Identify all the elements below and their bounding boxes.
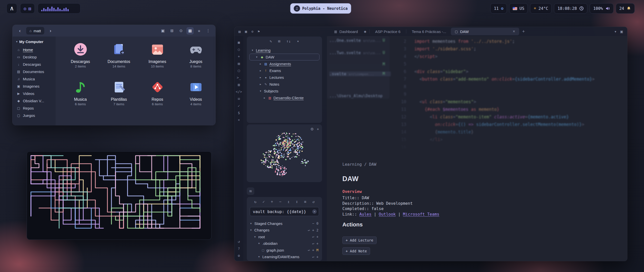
weather-module[interactable]: ☀ 24°C xyxy=(530,3,552,14)
commit-message-input[interactable] xyxy=(250,207,319,216)
launcher-button[interactable]: Λ xyxy=(7,3,17,14)
explorer-item-lectures[interactable]: ▸●Lectures xyxy=(249,74,319,81)
folder-plantillas[interactable]: Plantillas 7 items xyxy=(100,80,138,106)
quick-switcher-icon[interactable]: ▦ xyxy=(238,41,240,44)
stage-all-icon[interactable]: + xyxy=(271,200,273,204)
folder-documentos[interactable]: Documentos 14 items xyxy=(100,42,138,68)
sidebar-item-juegos[interactable]: ▢Juegos xyxy=(15,112,53,119)
preview-icon[interactable]: ▣ xyxy=(159,27,167,35)
explorer-item-exams[interactable]: ▸!Exams xyxy=(249,67,319,74)
updates-module[interactable]: 11 ⚙ xyxy=(490,3,507,14)
search-icon[interactable]: ⊙ xyxy=(251,30,253,33)
terminal-icon[interactable]: >_ xyxy=(237,76,241,79)
tasks-icon[interactable]: ✓ xyxy=(238,104,240,108)
clear-icon[interactable]: × xyxy=(312,209,317,214)
folder-repos[interactable]: Repos 6 items xyxy=(138,80,177,106)
git-action-icon[interactable]: + xyxy=(316,255,318,259)
git-row[interactable]: ▾Staged Changes−0 xyxy=(247,220,322,227)
folder-juegos[interactable]: Juegos 8 items xyxy=(177,42,215,68)
finance-icon[interactable]: $ xyxy=(238,111,240,115)
obsidian-tabbar[interactable]: ▤▣⊙⚑ ▦ Dashboard ◉ ASP Practice 6 Tema 6… xyxy=(234,27,627,36)
daily-note-icon[interactable]: ▤ xyxy=(238,62,240,65)
git-action-icon[interactable]: ↩ xyxy=(308,228,310,232)
files-icon[interactable]: ▣ xyxy=(245,30,247,33)
search-icon[interactable]: ○ xyxy=(238,48,240,51)
file-manager-content[interactable]: Descargas 2 items Documentos 14 items Im… xyxy=(56,37,215,125)
git-action-icon[interactable]: M xyxy=(316,248,318,252)
notes-icon[interactable]: ▤ xyxy=(28,6,31,11)
explorer-item-notes[interactable]: ▸✎Notes xyxy=(249,81,319,88)
folder-videos[interactable]: Videos 4 items xyxy=(177,80,215,106)
sync-icon[interactable]: ↺ xyxy=(238,240,240,243)
explorer-item-assignments[interactable]: ▸▤Assignments xyxy=(249,60,319,67)
calendar-icon[interactable]: ▢ xyxy=(238,69,240,72)
new-note-icon[interactable]: + xyxy=(238,55,240,58)
close-tab-icon[interactable]: × xyxy=(513,29,515,34)
graph-settings-icon[interactable]: ⚙ xyxy=(310,127,314,131)
commit-icon[interactable]: ✓ xyxy=(262,200,265,204)
folder-descargas[interactable]: Descargas 2 items xyxy=(61,42,100,68)
folder-musica[interactable]: Musica 6 items xyxy=(61,80,100,106)
canvas-icon[interactable]: ⊡ xyxy=(238,97,240,100)
discard-icon[interactable]: ↺ xyxy=(312,200,315,204)
sidebar-item-home[interactable]: ⌂Home xyxy=(15,46,53,53)
refresh-icon[interactable]: ↻ xyxy=(254,200,256,204)
push-icon[interactable]: ↥ xyxy=(288,200,290,204)
git-action-icon[interactable]: + xyxy=(312,228,314,232)
left-sidebar-toggle-icon[interactable]: ▤ xyxy=(238,30,240,33)
explorer-item-subjects[interactable]: ▾Subjects xyxy=(249,88,319,94)
git-action-icon[interactable]: ↩ xyxy=(312,235,314,239)
breadcrumb[interactable]: ⌂ matt xyxy=(26,27,44,35)
git-action-icon[interactable]: ↩ xyxy=(312,255,314,259)
graph-filter-icon[interactable]: ⌖ xyxy=(317,127,319,131)
notifications-module[interactable]: 24 xyxy=(616,3,635,14)
list-view-icon[interactable]: ≡ xyxy=(195,27,203,35)
changelist-icon[interactable]: ≡ xyxy=(304,200,306,204)
sidebar-item-obsidianv[interactable]: ◆Obsidian V... xyxy=(15,97,53,105)
note-editor[interactable]: ...One.sveltesrc\co...U...Two.sveltesrc\… xyxy=(327,36,627,261)
new-folder-icon[interactable]: ⊞ xyxy=(168,27,176,35)
unstage-all-icon[interactable]: − xyxy=(279,200,281,204)
tab-dashboard[interactable]: ▦ Dashboard xyxy=(330,28,362,35)
note-link[interactable]: Microsoft Teams xyxy=(403,212,439,217)
git-action-icon[interactable]: 2 xyxy=(316,228,318,232)
explorer-item-learning[interactable]: ▾Learning xyxy=(249,47,319,54)
tab-asp-practice[interactable]: ASP Practice 6 xyxy=(371,28,405,35)
sidebar-item-repos[interactable]: ▢Repos xyxy=(15,105,53,112)
media-player-module[interactable]: ♫ Polyphia - Neurotica xyxy=(290,3,351,14)
help-icon[interactable]: ? xyxy=(238,247,240,250)
folder-imagenes[interactable]: Imagenes 10 items xyxy=(138,42,177,68)
git-row[interactable]: ▾Changes↩+2 xyxy=(247,227,322,234)
grid-view-icon[interactable]: ▦ xyxy=(186,27,194,35)
file-manager-titlebar[interactable]: ‹ ⌂ matt › ▣⊞⊙▦≡⋮ xyxy=(13,25,215,37)
tab-daw[interactable]: ▢ DAW × xyxy=(451,28,519,35)
sort-icon[interactable]: ↑↓ xyxy=(286,40,291,43)
git-row[interactable]: ▾root↩+ xyxy=(247,233,322,240)
widgets-pill[interactable]: ◎ ▤ xyxy=(20,3,35,14)
sidebar-item-documentos[interactable]: ▤Documentos xyxy=(15,68,53,75)
pull-icon[interactable]: ↧ xyxy=(296,200,298,204)
note-breadcrumb[interactable]: Learning / DAW xyxy=(342,162,376,167)
collapse-all-icon[interactable]: ▾ xyxy=(297,40,299,43)
note-action-button[interactable]: + Add Note xyxy=(342,247,370,255)
git-action-icon[interactable]: + xyxy=(316,235,318,239)
git-row[interactable]: ▾.obsidian↩+ xyxy=(247,240,322,247)
bookmarks-icon[interactable]: ⚑ xyxy=(258,30,260,33)
git-action-icon[interactable]: + xyxy=(316,242,318,246)
code-icon[interactable]: </> xyxy=(236,90,242,93)
new-tab-button[interactable]: + xyxy=(520,28,528,35)
volume-module[interactable]: 100% xyxy=(590,3,614,14)
menu-icon[interactable]: ⋮ xyxy=(205,27,212,35)
sidebar-item-videos[interactable]: ▶Videos xyxy=(15,90,53,97)
sidebar-item-desktop[interactable]: ▭Desktop xyxy=(15,53,53,61)
git-action-icon[interactable]: − xyxy=(312,221,314,225)
git-action-icon[interactable]: ↩ xyxy=(312,242,314,246)
power-icon[interactable]: ◎ xyxy=(24,6,26,11)
search-icon[interactable]: ⊙ xyxy=(177,27,185,35)
clock-module[interactable]: 18:08:28 xyxy=(554,3,587,14)
settings-icon[interactable]: ⚙ xyxy=(238,254,240,257)
graph-view[interactable] xyxy=(247,124,322,182)
keyboard-layout-module[interactable]: US xyxy=(509,3,528,14)
tab-list-icon[interactable]: ▾ xyxy=(615,30,616,33)
git-row[interactable]: ▾Learning/DAW/Exams↩+ xyxy=(247,254,322,260)
